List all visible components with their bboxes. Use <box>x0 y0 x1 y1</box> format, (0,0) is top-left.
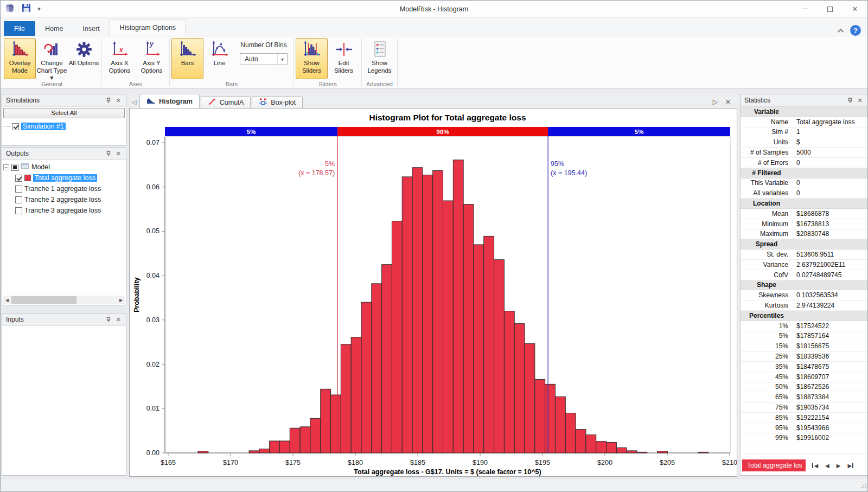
scrollbar-track[interactable] <box>11 296 117 304</box>
variable-navigator: ◀ ◀ ▶ ▶ <box>812 463 853 469</box>
scroll-left-icon[interactable]: ◀ <box>3 298 11 303</box>
stats-row: Variance2.637921002E11 <box>741 260 867 270</box>
save-icon[interactable] <box>22 3 31 15</box>
ribbon-group-general: Overlay Mode Change Chart Type ▾ All Opt… <box>2 36 101 88</box>
scroll-right-icon[interactable]: ▶ <box>117 298 125 303</box>
stats-row: Units$ <box>741 137 867 148</box>
close-icon[interactable]: ✕ <box>855 95 865 105</box>
output-item-tranche1[interactable]: Tranche 1 aggregate loss <box>3 183 125 194</box>
histogram-bar <box>637 452 647 453</box>
overlay-mode-button[interactable]: Overlay Mode <box>4 38 36 79</box>
stats-row: 85%$19222154 <box>741 413 867 423</box>
group-label-bars: Bars <box>170 81 293 87</box>
change-chart-type-button[interactable]: Change Chart Type ▾ <box>36 38 68 82</box>
simulation-checkbox[interactable] <box>12 123 19 130</box>
model-checkbox[interactable] <box>11 164 18 171</box>
show-legends-button[interactable]: Show Legends <box>363 38 395 79</box>
show-legends-label: Show Legends <box>364 60 395 74</box>
simulations-panel: Simulations ✕ Select All Simulation #1 <box>2 94 126 146</box>
histogram-bar <box>249 451 259 453</box>
chart-close-icon[interactable]: ✕ <box>725 98 731 106</box>
overlay-mode-label: Overlay Mode <box>4 60 35 74</box>
outputs-title: Outputs <box>6 150 29 157</box>
previous-variable-icon[interactable]: ◀ <box>825 463 829 469</box>
chart-tabs-prev-icon[interactable]: ◁ <box>129 96 139 108</box>
statistics-bottom-bar: Total aggregate los ◀ ◀ ▶ ▶ <box>741 459 867 472</box>
combo-dropdown-icon[interactable]: ▾ <box>277 54 287 65</box>
band-label: 5% <box>247 129 256 135</box>
last-variable-icon[interactable]: ▶ <box>848 463 854 469</box>
histogram-bar <box>433 170 443 453</box>
output-label[interactable]: Tranche 3 aggregate loss <box>24 207 101 214</box>
output-checkbox[interactable] <box>15 186 22 193</box>
tab-insert[interactable]: Insert <box>73 21 109 36</box>
axis-x-icon: x <box>111 40 129 59</box>
band-label: 5% <box>635 129 644 135</box>
first-variable-icon[interactable]: ◀ <box>812 463 818 469</box>
tab-file[interactable]: File <box>4 21 35 36</box>
pin-icon[interactable] <box>104 315 113 324</box>
axis-y-icon: y <box>143 40 161 59</box>
number-of-bins-value: Auto <box>240 55 277 63</box>
outputs-root-label[interactable]: Model <box>31 163 50 171</box>
select-all-button[interactable]: Select All <box>3 108 125 118</box>
output-item-tranche3[interactable]: Tranche 3 aggregate loss <box>3 205 125 216</box>
minimize-button[interactable] <box>793 1 818 17</box>
number-of-bins-combobox[interactable]: Auto ▾ <box>240 53 288 65</box>
resize-grip[interactable] <box>860 482 867 491</box>
histogram-bar <box>372 284 382 453</box>
variable-tab[interactable]: Total aggregate los <box>742 459 806 471</box>
tab-histogram[interactable]: Histogram <box>139 94 200 108</box>
close-button[interactable]: ✕ <box>843 1 867 17</box>
histogram-bar <box>555 397 565 453</box>
status-bar <box>1 478 868 492</box>
collapse-expander-icon[interactable]: − <box>3 164 9 170</box>
tab-cumula[interactable]: CumulA <box>201 96 251 108</box>
simulation-label[interactable]: Simulation #1 <box>21 123 66 130</box>
output-checkbox[interactable] <box>15 207 22 214</box>
scrollbar-thumb[interactable] <box>11 296 76 304</box>
output-item-total[interactable]: Total aggregate loss <box>3 172 125 183</box>
bars-button[interactable]: Bars <box>171 38 203 79</box>
change-chart-type-label: Change Chart Type ▾ <box>36 60 67 82</box>
output-label[interactable]: Tranche 1 aggregate loss <box>24 185 101 193</box>
pin-icon[interactable] <box>104 95 113 105</box>
cumulative-curve-icon <box>208 98 216 107</box>
close-icon[interactable]: ✕ <box>113 315 123 324</box>
output-label[interactable]: Tranche 2 aggregate loss <box>24 196 101 203</box>
axis-y-options-button[interactable]: y Axis Y Options <box>136 38 168 79</box>
close-icon[interactable]: ✕ <box>113 95 123 105</box>
show-sliders-button[interactable]: Show Sliders <box>296 38 328 79</box>
output-label[interactable]: Total aggregate loss <box>33 174 97 182</box>
group-label-advanced: Advanced <box>362 81 397 87</box>
simulation-item[interactable]: Simulation #1 <box>3 121 125 132</box>
next-variable-icon[interactable]: ▶ <box>837 463 841 469</box>
ribbon-group-bars: Bars Line Number Of Bins Auto ▾ Bars <box>170 36 293 88</box>
stats-empty-row <box>741 443 867 453</box>
output-checkbox[interactable] <box>15 175 22 182</box>
help-button[interactable]: ? <box>850 25 861 36</box>
quick-access-dropdown-icon[interactable]: ▾ <box>34 4 44 14</box>
pin-icon[interactable] <box>845 95 855 105</box>
line-button[interactable]: Line <box>203 38 235 79</box>
output-item-tranche2[interactable]: Tranche 2 aggregate loss <box>3 194 125 205</box>
histogram-bar <box>514 323 525 453</box>
collapse-ribbon-icon[interactable] <box>839 25 844 35</box>
stats-row: 50%$18672526 <box>741 382 867 393</box>
stats-row: This Variable0 <box>741 178 867 189</box>
tab-histogram-options[interactable]: Histogram Options <box>110 20 187 36</box>
axis-x-options-button[interactable]: x Axis X Options <box>104 38 136 79</box>
output-checkbox[interactable] <box>15 196 22 203</box>
edit-sliders-button[interactable]: Edit Sliders <box>328 38 360 79</box>
maximize-button[interactable] <box>818 1 843 17</box>
close-icon[interactable]: ✕ <box>113 149 123 158</box>
outputs-root-item[interactable]: − Model <box>3 162 125 172</box>
tab-box-plot[interactable]: Box-plot <box>252 96 303 108</box>
tab-home[interactable]: Home <box>35 21 73 36</box>
chart-tabs-next-icon[interactable]: ▷ <box>713 98 718 106</box>
horizontal-scrollbar[interactable]: ◀ ▶ <box>3 296 125 304</box>
stats-row: 5%$17857164 <box>741 331 867 342</box>
all-options-button[interactable]: All Options <box>68 38 100 79</box>
pin-icon[interactable] <box>104 149 113 158</box>
app-window: ▾ ModelRisk - Histogram ✕ File Home Inse… <box>0 0 868 492</box>
